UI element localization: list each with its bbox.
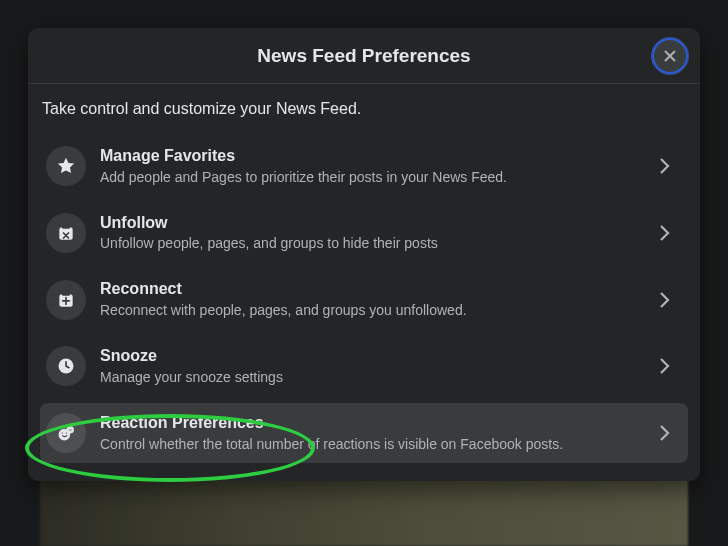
close-button[interactable]	[652, 38, 688, 74]
item-title: Unfollow	[100, 213, 644, 234]
item-text: Reaction PreferencesControl whether the …	[100, 413, 644, 454]
item-desc: Control whether the total number of reac…	[100, 435, 644, 454]
star-icon	[56, 156, 76, 176]
item-text: SnoozeManage your snooze settings	[100, 346, 644, 387]
background-photo	[40, 476, 688, 546]
item-title: Manage Favorites	[100, 146, 644, 167]
reaction-icon	[56, 423, 76, 443]
pref-item-star[interactable]: Manage FavoritesAdd people and Pages to …	[40, 136, 688, 197]
pref-item-clock[interactable]: SnoozeManage your snooze settings	[40, 336, 688, 397]
unfollow-icon-circle	[46, 213, 86, 253]
close-icon	[661, 47, 679, 65]
news-feed-preferences-modal: News Feed Preferences Take control and c…	[28, 28, 700, 481]
item-text: UnfollowUnfollow people, pages, and grou…	[100, 213, 644, 254]
pref-item-unfollow[interactable]: UnfollowUnfollow people, pages, and grou…	[40, 203, 688, 264]
item-title: Reaction Preferences	[100, 413, 644, 434]
preferences-list: Manage FavoritesAdd people and Pages to …	[28, 136, 700, 463]
item-desc: Add people and Pages to prioritize their…	[100, 168, 644, 187]
item-text: ReconnectReconnect with people, pages, a…	[100, 279, 644, 320]
chevron-right-icon	[652, 154, 676, 178]
pref-item-reconnect[interactable]: ReconnectReconnect with people, pages, a…	[40, 269, 688, 330]
modal-subtitle: Take control and customize your News Fee…	[28, 84, 700, 136]
chevron-right-icon	[652, 421, 676, 445]
clock-icon	[56, 356, 76, 376]
pref-item-reaction[interactable]: Reaction PreferencesControl whether the …	[40, 403, 688, 464]
chevron-right-icon	[652, 288, 676, 312]
item-desc: Manage your snooze settings	[100, 368, 644, 387]
reconnect-icon-circle	[46, 280, 86, 320]
item-title: Reconnect	[100, 279, 644, 300]
chevron-right-icon	[652, 221, 676, 245]
unfollow-icon	[56, 223, 76, 243]
reaction-icon-circle	[46, 413, 86, 453]
star-icon-circle	[46, 146, 86, 186]
reconnect-icon	[56, 290, 76, 310]
item-text: Manage FavoritesAdd people and Pages to …	[100, 146, 644, 187]
item-title: Snooze	[100, 346, 644, 367]
clock-icon-circle	[46, 346, 86, 386]
modal-header: News Feed Preferences	[28, 28, 700, 84]
item-desc: Unfollow people, pages, and groups to hi…	[100, 234, 644, 253]
chevron-right-icon	[652, 354, 676, 378]
modal-title: News Feed Preferences	[257, 45, 470, 67]
item-desc: Reconnect with people, pages, and groups…	[100, 301, 644, 320]
